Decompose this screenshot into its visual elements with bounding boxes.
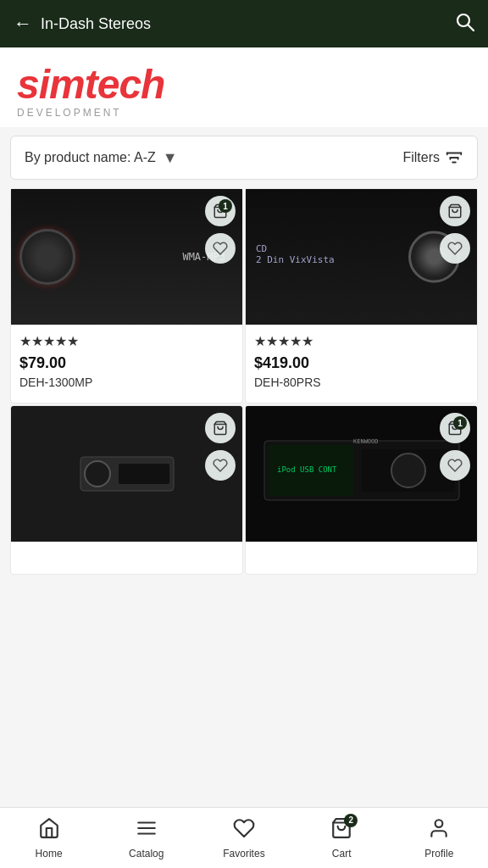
heart-icon-4 [447,458,463,473]
sort-dropdown-icon: ▼ [163,149,178,167]
sort-label: By product name: A-Z [25,150,156,165]
brand-logo: simtech [17,64,471,105]
favorites-icon [233,817,255,844]
home-icon [38,817,60,844]
header-left: ← In-Dash Stereos [14,13,151,35]
product-info-1: ★★★★★ $79.00 DEH-1300MP [11,325,242,389]
favorites-label: Favorites [223,848,264,860]
heart-icon-1 [213,241,228,256]
product-card-3[interactable] [10,405,243,575]
cart-badge-1: 1 [219,199,232,213]
svg-point-26 [435,820,443,827]
svg-point-19 [391,453,425,487]
svg-point-0 [458,14,469,26]
cart-icon-3 [213,420,228,436]
product-image-3 [11,406,242,542]
favorite-button-4[interactable] [440,450,470,481]
svg-text:KENWOOD: KENWOOD [353,438,379,445]
catalog-icon [136,817,158,844]
bottom-nav: Home Catalog Favorites 2 [0,807,488,868]
back-button[interactable]: ← [14,13,32,35]
stereo-svg-4: iPod USB CONT KENWOOD [260,428,463,513]
brand-sub: DEVELOPMENT [17,107,471,119]
add-to-cart-button-1[interactable]: 1 [205,196,236,226]
page-title: In-Dash Stereos [41,15,151,33]
favorite-button-1[interactable] [205,233,236,264]
profile-label: Profile [424,848,453,860]
favorite-button-2[interactable] [440,233,470,264]
cart-label: Cart [332,848,352,860]
profile-icon [428,817,450,844]
cart-nav-icon: 2 [330,817,352,844]
sort-left: By product name: A-Z ▼ [25,149,178,167]
favorite-button-3[interactable] [205,450,236,481]
svg-point-12 [85,461,110,487]
header: ← In-Dash Stereos [0,0,488,47]
product-image-deh-80prs: CD2 Din VixVista [246,189,477,325]
stereo-label-2: CD2 Din VixVista [256,243,335,265]
product-stars-2: ★★★★★ [254,333,469,349]
nav-cart[interactable]: 2 Cart [316,817,367,860]
cart-icon-2 [447,203,463,219]
logo-area: simtech DEVELOPMENT [0,47,488,127]
product-name-1: DEH-1300MP [19,376,234,389]
heart-icon-2 [447,241,463,256]
svg-text:iPod USB CONT: iPod USB CONT [277,465,337,474]
add-to-cart-button-2[interactable] [440,196,470,226]
nav-favorites[interactable]: Favorites [219,817,269,860]
stereo-svg-3 [76,448,178,499]
product-stars-1: ★★★★★ [19,333,234,349]
product-card-4[interactable]: iPod USB CONT KENWOOD 1 [245,405,478,575]
svg-line-1 [469,25,474,31]
nav-catalog[interactable]: Catalog [121,817,172,860]
filter-icon [445,148,463,167]
product-info-2: ★★★★★ $419.00 DEH-80PRS [246,325,477,389]
svg-rect-13 [119,464,169,484]
product-grid: WMA-MP3 1 ★★★★★ $79.00 DEH-1300MP [0,188,488,575]
home-label: Home [36,848,63,860]
product-price-2: $419.00 [254,354,469,372]
add-to-cart-button-4[interactable]: 1 [440,413,470,443]
filter-label: Filters [402,150,440,165]
heart-icon-3 [213,458,228,473]
nav-profile[interactable]: Profile [413,817,464,860]
nav-home[interactable]: Home [24,817,75,860]
product-card-deh-80prs[interactable]: CD2 Din VixVista ★★★★★ $419.00 DEH-80PRS [245,188,478,403]
product-card-deh-1300mp[interactable]: WMA-MP3 1 ★★★★★ $79.00 DEH-1300MP [10,188,243,403]
cart-nav-badge: 2 [344,814,358,827]
filter-button[interactable]: Filters [402,148,463,167]
product-image-4: iPod USB CONT KENWOOD 1 [246,406,477,542]
cart-badge-4: 1 [453,416,467,430]
search-button[interactable] [454,11,474,36]
product-image-deh-1300mp: WMA-MP3 1 [11,189,242,325]
catalog-label: Catalog [129,848,164,860]
add-to-cart-button-3[interactable] [205,413,236,443]
product-name-2: DEH-80PRS [254,376,469,389]
sort-bar[interactable]: By product name: A-Z ▼ Filters [10,136,478,180]
product-price-1: $79.00 [19,354,234,372]
